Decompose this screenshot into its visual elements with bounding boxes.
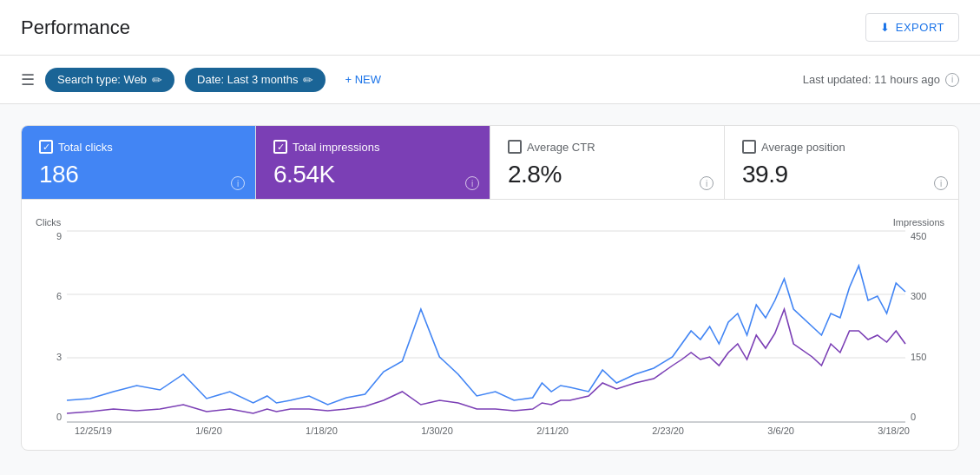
performance-card: Total clicks 186 i Total impressions 6.5… xyxy=(21,125,959,451)
position-value: 39.9 xyxy=(742,161,941,188)
metric-header-position: Average position xyxy=(742,140,941,154)
impressions-info-icon[interactable]: i xyxy=(465,176,479,190)
toolbar: ☰ Search type: Web ✏ Date: Last 3 months… xyxy=(0,56,980,104)
last-updated-text: Last updated: 11 hours ago i xyxy=(803,73,959,87)
download-icon: ⬇ xyxy=(880,21,891,34)
last-updated-info-icon[interactable]: i xyxy=(945,73,959,87)
metric-average-ctr[interactable]: Average CTR 2.8% i xyxy=(490,126,725,199)
ctr-help: i xyxy=(700,175,714,191)
x-axis-dates: 12/25/19 1/6/20 1/18/20 1/30/20 2/11/20 … xyxy=(36,426,944,436)
performance-chart xyxy=(67,231,905,422)
edit-icon: ✏ xyxy=(152,73,162,87)
metric-header-ctr: Average CTR xyxy=(508,140,707,154)
impressions-value: 6.54K xyxy=(273,161,472,188)
metric-header-impressions: Total impressions xyxy=(273,140,472,154)
clicks-axis-label: Clicks xyxy=(36,217,61,228)
search-type-filter[interactable]: Search type: Web ✏ xyxy=(45,68,174,92)
chart-container: Clicks Impressions 9 6 3 0 xyxy=(22,200,958,450)
chart-svg-area xyxy=(67,231,905,422)
impressions-axis-label: Impressions xyxy=(893,217,944,228)
position-checkbox-icon xyxy=(742,140,756,154)
filter-icon[interactable]: ☰ xyxy=(21,70,35,89)
metrics-row: Total clicks 186 i Total impressions 6.5… xyxy=(22,126,958,200)
clicks-checkbox-icon xyxy=(39,140,53,154)
metric-header-clicks: Total clicks xyxy=(39,140,238,154)
clicks-help: i xyxy=(231,175,245,191)
export-button[interactable]: ⬇ EXPORT xyxy=(865,13,959,42)
date-filter[interactable]: Date: Last 3 months ✏ xyxy=(185,68,326,92)
main-content: Total clicks 186 i Total impressions 6.5… xyxy=(0,104,980,472)
metric-total-impressions[interactable]: Total impressions 6.54K i xyxy=(256,126,490,199)
metric-total-clicks[interactable]: Total clicks 186 i xyxy=(22,126,256,199)
metric-average-position[interactable]: Average position 39.9 i xyxy=(725,126,958,199)
ctr-info-icon[interactable]: i xyxy=(700,176,714,190)
clicks-value: 186 xyxy=(39,161,238,188)
position-help: i xyxy=(934,175,948,191)
ctr-value: 2.8% xyxy=(508,161,707,188)
ctr-checkbox-icon xyxy=(508,140,522,154)
edit-icon: ✏ xyxy=(303,73,313,87)
impressions-checkbox-icon xyxy=(273,140,287,154)
header: Performance ⬇ EXPORT xyxy=(0,0,980,56)
position-info-icon[interactable]: i xyxy=(934,176,948,190)
impressions-help: i xyxy=(465,175,479,191)
y-axis-right: 450 300 150 0 xyxy=(905,231,944,422)
page-title: Performance xyxy=(21,16,130,39)
clicks-info-icon[interactable]: i xyxy=(231,176,245,190)
new-button[interactable]: + NEW xyxy=(336,68,390,91)
y-axis-left: 9 6 3 0 xyxy=(36,231,67,422)
